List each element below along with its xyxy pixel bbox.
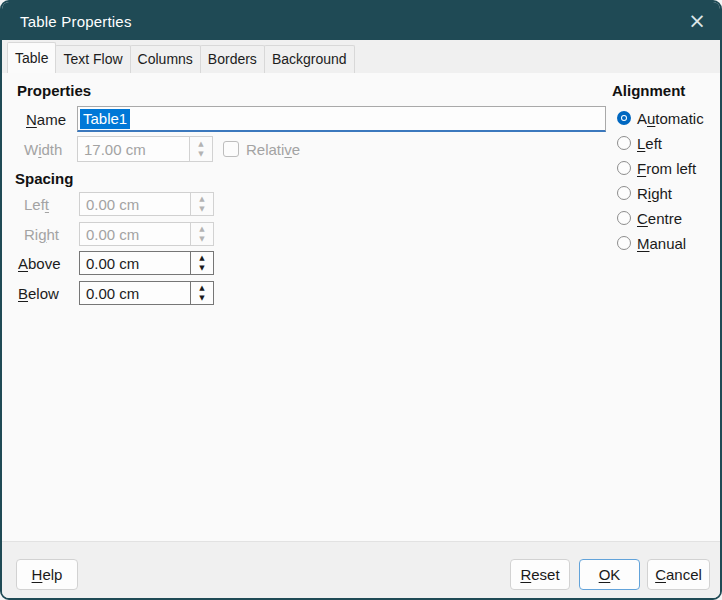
spacing-left-spin-up-icon: ▲ [191, 194, 213, 204]
spacing-above-spinner: ▲ ▼ [190, 251, 214, 275]
name-input-value: Table1 [80, 109, 130, 129]
spacing-left-input [79, 192, 191, 216]
name-input[interactable]: Table1 [77, 106, 606, 132]
tab-text-flow[interactable]: Text Flow [55, 45, 130, 73]
spacing-right-spinner: ▲ ▼ [190, 222, 214, 246]
radio-from-left-circle [617, 161, 631, 175]
relative-checkbox-box [223, 141, 239, 157]
radio-centre-circle [617, 211, 631, 225]
radio-left-label: Left [637, 135, 662, 152]
tab-table[interactable]: Table [7, 42, 56, 73]
spacing-right-spin-down-icon: ▼ [191, 234, 213, 244]
spacing-right-input [79, 222, 191, 246]
spacing-right-spin-up-icon: ▲ [191, 224, 213, 234]
radio-automatic[interactable]: Automatic [617, 107, 704, 129]
relative-checkbox: Relative [223, 136, 300, 162]
help-button[interactable]: Help [16, 559, 78, 590]
cancel-button[interactable]: Cancel [647, 559, 710, 590]
close-icon: × [688, 11, 706, 32]
spacing-left-spin-down-icon: ▼ [191, 204, 213, 214]
titlebar[interactable]: Table Properties × [2, 2, 720, 40]
alignment-heading: Alignment [612, 82, 685, 99]
spacing-left-label: Left [24, 192, 49, 216]
name-label: Name [26, 106, 66, 132]
width-label: Width [24, 136, 62, 162]
spacing-above-spin-down-icon[interactable]: ▼ [191, 263, 213, 273]
table-properties-dialog: Table Properties × Table Text Flow Colum… [0, 0, 722, 600]
spacing-below-label: Below [18, 281, 59, 305]
reset-button[interactable]: Reset [510, 559, 570, 590]
radio-centre-label: Centre [637, 210, 682, 227]
tab-borders[interactable]: Borders [200, 45, 265, 73]
radio-right-label: Right [637, 185, 672, 202]
spacing-left-spinner: ▲ ▼ [190, 192, 214, 216]
dialog-title: Table Properties [20, 13, 132, 30]
spacing-above-input[interactable] [79, 251, 191, 275]
spacing-below-input[interactable] [79, 281, 191, 305]
tab-page-table: Properties Name Table1 Width ▲ ▼ Relativ… [2, 73, 720, 541]
width-input [77, 136, 190, 162]
radio-automatic-circle [617, 111, 631, 125]
radio-manual-circle [617, 236, 631, 250]
close-button[interactable]: × [674, 2, 720, 40]
spacing-below-spin-down-icon[interactable]: ▼ [191, 293, 213, 303]
width-spinner: ▲ ▼ [189, 136, 213, 162]
spacing-heading: Spacing [15, 170, 73, 187]
relative-checkbox-label: Relative [246, 141, 300, 158]
spacing-above-spin-up-icon[interactable]: ▲ [191, 253, 213, 263]
properties-heading: Properties [17, 82, 91, 99]
ok-button[interactable]: OK [579, 559, 640, 590]
spacing-above-label: Above [18, 251, 61, 275]
width-spin-up-icon: ▲ [190, 139, 212, 149]
spacing-below-spin-up-icon[interactable]: ▲ [191, 283, 213, 293]
dialog-footer: Help Reset OK Cancel [2, 541, 720, 598]
radio-left[interactable]: Left [617, 132, 662, 154]
radio-centre[interactable]: Centre [617, 207, 682, 229]
tab-columns[interactable]: Columns [130, 45, 201, 73]
radio-automatic-label: Automatic [637, 110, 704, 127]
radio-from-left-label: From left [637, 160, 696, 177]
radio-right-circle [617, 186, 631, 200]
radio-manual-label: Manual [637, 235, 686, 252]
radio-left-circle [617, 136, 631, 150]
spacing-right-label: Right [24, 222, 59, 246]
tab-background[interactable]: Background [264, 45, 355, 73]
width-spin-down-icon: ▼ [190, 149, 212, 159]
tab-bar: Table Text Flow Columns Borders Backgrou… [2, 40, 720, 73]
radio-manual[interactable]: Manual [617, 232, 686, 254]
radio-from-left[interactable]: From left [617, 157, 696, 179]
spacing-below-spinner: ▲ ▼ [190, 281, 214, 305]
radio-right[interactable]: Right [617, 182, 672, 204]
